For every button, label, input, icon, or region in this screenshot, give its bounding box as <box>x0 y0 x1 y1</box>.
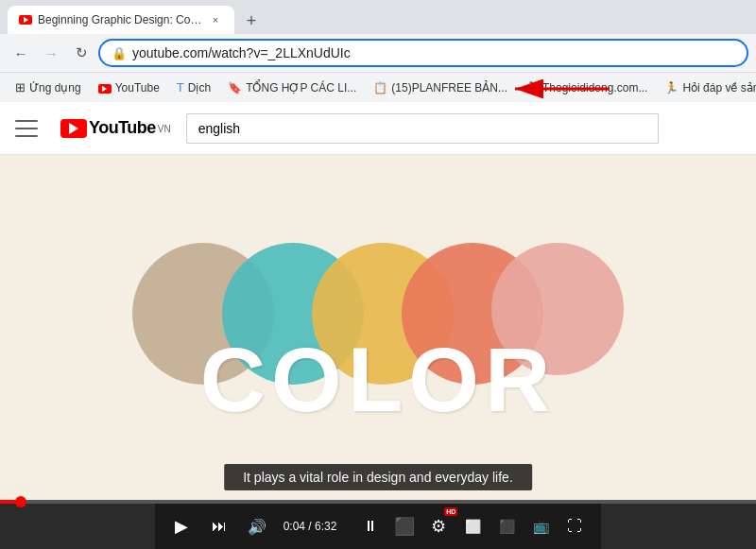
thegioididong-icon: 🏃 <box>524 81 539 94</box>
video-controls-bar: ▶ ⏭ 🔊 0:04 / 6:32 ⏸ ⬛ ⚙ HD <box>155 504 602 549</box>
bookmark-label: Thegioididong.com... <box>542 81 647 94</box>
youtube-search-input[interactable] <box>186 113 659 144</box>
bookmark-planfree[interactable]: 📋 (15)PLANFREE BẢN... <box>366 78 515 97</box>
time-current: 0:04 <box>284 520 305 533</box>
time-total: 6:32 <box>315 520 336 533</box>
new-tab-button[interactable]: + <box>238 8 265 34</box>
right-controls: ⏸ ⬛ ⚙ HD ⬜ ⬛ 📺 ⛶ <box>355 511 590 541</box>
progress-played <box>0 500 15 504</box>
page-content: YouTube VN COLOR <box>0 102 756 549</box>
time-sep: / <box>308 520 315 533</box>
nav-bar: ← → ↻ 🔒 <box>0 34 756 72</box>
tab-title: Beginning Graphic Design: Color <box>38 13 202 26</box>
progress-dot <box>15 496 26 507</box>
youtube-logo-vn: VN <box>158 124 171 134</box>
hd-badge: HD <box>444 507 457 516</box>
bookmark-label: YouTube <box>115 81 160 94</box>
question-icon: 🏃 <box>664 81 679 94</box>
reload-button[interactable]: ↻ <box>68 40 94 66</box>
color-circles-container: COLOR <box>132 224 624 432</box>
youtube-header: YouTube VN <box>0 102 756 155</box>
youtube-bm-icon <box>98 81 112 94</box>
address-bar[interactable]: 🔒 <box>98 39 748 67</box>
bookmark-label: Ứng dụng <box>29 81 81 94</box>
next-button[interactable]: ⏭ <box>204 511 234 541</box>
bookmark-apps[interactable]: ⊞ Ứng dụng <box>8 77 89 97</box>
translate-icon: T <box>177 80 184 94</box>
forward-button[interactable]: → <box>38 40 64 66</box>
subtitle-text: It plays a vital role in design and ever… <box>224 464 532 490</box>
youtube-logo-text: YouTube <box>89 118 156 138</box>
lock-icon: 🔒 <box>112 46 127 60</box>
pause-right-button[interactable]: ⏸ <box>355 511 386 541</box>
url-input[interactable] <box>132 45 735 60</box>
tab-bar: Beginning Graphic Design: Color × + <box>0 0 756 34</box>
video-player: COLOR It plays a vital role in design an… <box>0 155 756 549</box>
bookmarks-bar: ⊞ Ứng dụng YouTube T Dịch 🔖 TỔNG HỢP CÁC… <box>0 72 756 102</box>
tab-close-button[interactable]: × <box>208 12 223 27</box>
settings-button[interactable]: ⚙ HD <box>423 511 454 541</box>
theater-button[interactable]: ⬛ <box>491 511 522 541</box>
hamburger-menu[interactable] <box>15 120 38 137</box>
bookmark-label: Dịch <box>188 81 211 94</box>
bookmark-tonghop[interactable]: 🔖 TỔNG HỢP CÁC LI... <box>220 78 364 97</box>
cast-button[interactable]: 📺 <box>525 511 556 541</box>
fullscreen-button[interactable]: ⛶ <box>559 511 590 541</box>
bookmark-dich[interactable]: T Dịch <box>169 77 218 97</box>
bookmark-youtube[interactable]: YouTube <box>91 78 167 97</box>
active-tab[interactable]: Beginning Graphic Design: Color × <box>8 6 234 34</box>
miniplayer-button[interactable]: ⬜ <box>457 511 488 541</box>
play-button[interactable]: ▶ <box>166 511 197 541</box>
bookmark-label: Hỏi đáp về sản ph... <box>682 81 756 94</box>
browser-window: Beginning Graphic Design: Color × + ← → … <box>0 0 756 549</box>
back-button[interactable]: ← <box>8 40 34 66</box>
bookmark-thegioididong[interactable]: 🏃 Thegioididong.com... <box>517 78 655 97</box>
progress-bar[interactable] <box>0 500 756 504</box>
volume-button[interactable]: 🔊 <box>242 511 272 541</box>
subtitles-button[interactable]: ⬛ <box>389 511 420 541</box>
bookmark-label: (15)PLANFREE BẢN... <box>391 81 507 94</box>
bookmark-icon-4: 📋 <box>373 81 387 94</box>
bookmark-hoidap[interactable]: 🏃 Hỏi đáp về sản ph... <box>657 78 756 97</box>
video-thumbnail: COLOR It plays a vital role in design an… <box>0 155 756 500</box>
youtube-logo[interactable]: YouTube VN <box>60 118 171 138</box>
youtube-logo-icon <box>60 119 87 138</box>
apps-icon: ⊞ <box>15 80 26 94</box>
bookmark-icon-3: 🔖 <box>228 81 242 94</box>
youtube-search-bar <box>186 113 659 144</box>
color-text: COLOR <box>200 328 557 432</box>
time-display: 0:04 / 6:32 <box>284 520 337 533</box>
tab-favicon <box>19 13 32 26</box>
bookmark-label: TỔNG HỢP CÁC LI... <box>246 81 356 94</box>
